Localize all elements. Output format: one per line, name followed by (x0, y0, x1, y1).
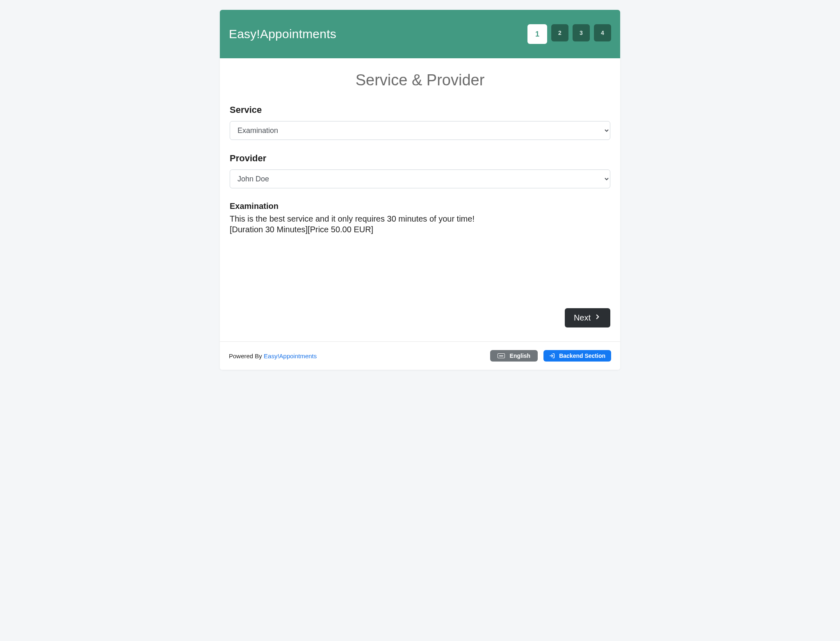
login-icon (549, 353, 555, 359)
backend-button[interactable]: Backend Section (543, 350, 611, 362)
service-select-wrap: Examination (230, 121, 610, 140)
backend-button-label: Backend Section (559, 353, 605, 359)
provider-select-wrap: John Doe (230, 169, 610, 188)
next-button[interactable]: Next (565, 308, 610, 327)
step-1[interactable]: 1 (527, 24, 547, 44)
service-description-title: Examination (230, 201, 610, 211)
service-description-text: This is the best service and it only req… (230, 213, 610, 225)
service-description-meta: [Duration 30 Minutes][Price 50.00 EUR] (230, 225, 610, 234)
provider-select[interactable]: John Doe (230, 169, 610, 188)
provider-label: Provider (230, 153, 610, 164)
brand-title: Easy!Appointments (229, 27, 336, 41)
service-select[interactable]: Examination (230, 121, 610, 140)
card-header: Easy!Appointments 1 2 3 4 (220, 10, 620, 58)
card-footer: Powered By Easy!Appointments English Bac… (220, 341, 620, 370)
footer-actions: English Backend Section (490, 350, 611, 362)
actions-row: Next (230, 308, 610, 327)
chevron-right-icon (594, 313, 601, 323)
powered-by-prefix: Powered By (229, 353, 264, 359)
powered-by: Powered By Easy!Appointments (229, 353, 317, 359)
step-4[interactable]: 4 (594, 24, 611, 41)
service-label: Service (230, 105, 610, 115)
card-body: Service & Provider Service Examination P… (220, 58, 620, 341)
booking-card: Easy!Appointments 1 2 3 4 Service & Prov… (220, 10, 620, 370)
step-2[interactable]: 2 (551, 24, 568, 41)
step-indicator: 1 2 3 4 (527, 24, 611, 44)
powered-by-link[interactable]: Easy!Appointments (264, 353, 317, 359)
service-description: Examination This is the best service and… (230, 201, 610, 234)
language-icon (498, 353, 505, 358)
page-title: Service & Provider (230, 71, 610, 89)
next-button-label: Next (574, 313, 591, 323)
language-button-label: English (510, 353, 531, 359)
step-3[interactable]: 3 (573, 24, 590, 41)
language-button[interactable]: English (490, 350, 538, 362)
